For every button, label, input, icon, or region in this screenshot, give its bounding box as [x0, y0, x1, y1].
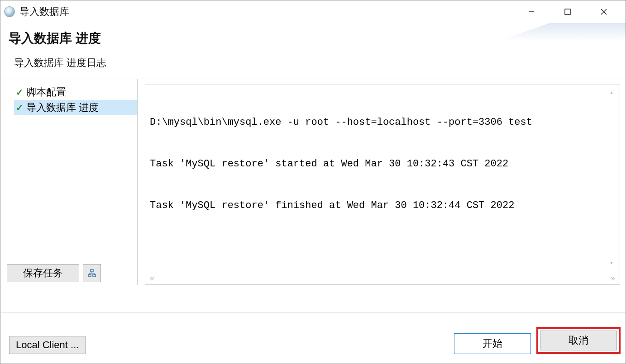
- scroll-right-icon: »: [611, 274, 615, 283]
- step-import-progress[interactable]: ✓ 导入数据库 进度: [14, 100, 137, 115]
- svg-rect-5: [88, 274, 91, 277]
- close-button[interactable]: [595, 3, 613, 21]
- scroll-left-icon: «: [150, 274, 154, 283]
- page-subtitle: 导入数据库 进度日志: [9, 56, 617, 70]
- svg-rect-4: [91, 269, 93, 272]
- app-icon: [4, 6, 15, 17]
- save-task-button[interactable]: 保存任务: [7, 264, 79, 282]
- window-title: 导入数据库: [19, 5, 522, 19]
- org-chart-button[interactable]: [83, 264, 101, 282]
- content: ✓ 脚本配置 ✓ 导入数据库 进度 保存任务 D: [0, 79, 626, 285]
- scroll-up-icon: ▴: [610, 89, 613, 98]
- horizontal-scrollbar[interactable]: « »: [145, 272, 620, 285]
- cancel-button[interactable]: 取消: [540, 331, 617, 350]
- maximize-button[interactable]: [559, 3, 577, 21]
- svg-rect-1: [565, 9, 570, 14]
- org-chart-icon: [88, 269, 96, 277]
- log-line: Task 'MySQL restore' started at Wed Mar …: [150, 157, 615, 171]
- start-button[interactable]: 开始: [454, 333, 531, 354]
- vertical-scrollbar[interactable]: ▴ ▾: [607, 89, 616, 268]
- step-label: 导入数据库 进度: [26, 101, 99, 114]
- header: 导入数据库 进度 导入数据库 进度日志: [0, 23, 626, 79]
- cancel-highlight: 取消: [536, 327, 621, 354]
- log-panel: D:\mysql\bin\mysql.exe -u root --host=lo…: [138, 79, 626, 285]
- step-label: 脚本配置: [26, 85, 66, 99]
- log-output[interactable]: D:\mysql\bin\mysql.exe -u root --host=lo…: [145, 85, 620, 272]
- svg-rect-6: [93, 274, 96, 277]
- bottom-bar: Local Client ... 开始 取消: [0, 312, 626, 364]
- log-line: Task 'MySQL restore' finished at Wed Mar…: [150, 199, 615, 213]
- maximize-icon: [564, 8, 571, 15]
- window-controls: [522, 3, 622, 21]
- check-icon: ✓: [16, 87, 24, 98]
- sidebar: ✓ 脚本配置 ✓ 导入数据库 进度 保存任务: [0, 79, 138, 285]
- scroll-down-icon: ▾: [610, 259, 613, 268]
- check-icon: ✓: [16, 102, 24, 113]
- minimize-icon: [528, 8, 535, 15]
- minimize-button[interactable]: [522, 3, 540, 21]
- titlebar: 导入数据库: [0, 0, 626, 23]
- close-icon: [600, 8, 607, 15]
- step-script-config[interactable]: ✓ 脚本配置: [14, 85, 137, 100]
- log-line: D:\mysql\bin\mysql.exe -u root --host=lo…: [150, 116, 615, 130]
- local-client-button[interactable]: Local Client ...: [9, 336, 86, 354]
- sidebar-bottom: 保存任务: [7, 264, 101, 282]
